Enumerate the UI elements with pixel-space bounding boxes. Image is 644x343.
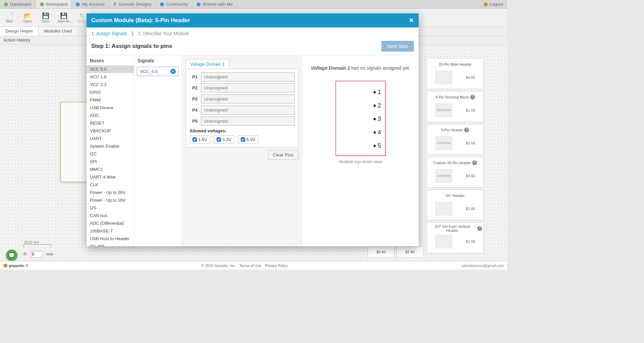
next-step-button[interactable]: Next Step [381, 41, 414, 52]
pin-input[interactable] [201, 83, 295, 92]
modal-close-button[interactable]: ✕ [409, 17, 414, 24]
bus-item[interactable]: RS-485 [87, 243, 134, 246]
tab-dashboard[interactable]: Dashboard [0, 0, 36, 8]
voltage-check-input[interactable] [241, 137, 245, 142]
bus-item[interactable]: VCC 1.8 [87, 73, 134, 81]
bus-item[interactable]: 100BASE-T [87, 227, 134, 235]
new-button[interactable]: 📄New [2, 10, 17, 26]
bus-item[interactable]: CAN bus [87, 212, 134, 219]
pin-input[interactable] [201, 117, 295, 126]
catalog-thumb: CUSTOM [435, 104, 452, 117]
info-icon[interactable]: ? [470, 95, 475, 99]
bus-item[interactable]: RESET [87, 119, 134, 127]
pin-label: P1 [190, 74, 198, 79]
r-label: R: [23, 252, 28, 257]
bus-item[interactable]: GPIO [87, 88, 134, 96]
bus-item[interactable]: Power - Up to 36V [87, 189, 134, 196]
bus-item[interactable]: USB Host to Header [87, 235, 134, 243]
bus-item[interactable]: UART 4-Wire [87, 173, 134, 181]
privacy-link[interactable]: Privacy Policy [265, 264, 288, 268]
tab-modules-used[interactable]: Modules Used [39, 27, 77, 36]
pin-label: P5 [190, 119, 198, 124]
voltage-domain-tab[interactable]: Voltage Domain 1 [186, 59, 229, 69]
catalog-card-partial[interactable]: $0.40 [368, 246, 394, 258]
breadcrumb-step2[interactable]: 2. Describe Your Module [138, 31, 189, 36]
info-icon[interactable]: ? [464, 128, 469, 132]
signal-item[interactable]: VCC_5.0 + [137, 67, 179, 76]
catalog-title: I2C Header [428, 192, 482, 199]
bus-item[interactable]: UART [87, 135, 134, 142]
bus-item[interactable]: USB Device [87, 104, 134, 112]
modal-breadcrumb: 1. Assign Signals ❯ 2. Describe Your Mod… [87, 27, 419, 40]
voltage-checkbox[interactable]: 3.3V [214, 135, 234, 144]
save-as-button[interactable]: 💾Save As [56, 10, 71, 26]
voltage-check-input[interactable] [217, 137, 221, 142]
tab-shared[interactable]: Shared with Me [193, 0, 237, 8]
bus-item[interactable]: ADC [87, 112, 134, 119]
logout-icon [484, 2, 488, 6]
bus-item[interactable]: PWM [87, 96, 134, 104]
tab-community[interactable]: Community [156, 0, 193, 8]
tab-my-account[interactable]: My Account [72, 0, 109, 8]
catalog-title: JST GH 4-pin Vertical Header ? [428, 225, 482, 232]
tab-workspace[interactable]: Workspace [36, 0, 72, 8]
bus-item[interactable]: VBACKUP [87, 127, 134, 135]
tab-label: Shared with Me [203, 2, 233, 7]
top-nav: Dashboard Workspace My Account ✗Gumstix … [0, 0, 507, 9]
new-icon: 📄 [6, 12, 13, 19]
pin-row: P4 [190, 106, 295, 115]
add-signal-icon[interactable]: + [170, 69, 176, 74]
catalog-thumb: CUSTOM [435, 136, 452, 150]
bus-item[interactable]: VCC 3.3 [87, 81, 134, 88]
chat-widget[interactable]: 💬 [6, 250, 17, 261]
catalog-title: 5-Pin Header ? [428, 126, 482, 134]
tab-gumstix-designs[interactable]: ✗Gumstix Designs [109, 0, 156, 8]
voltage-checkbox[interactable]: 5.0V [238, 135, 259, 144]
clear-pins-button[interactable]: Clear Pins [268, 150, 299, 160]
buses-column: Buses VCC 5.0VCC 1.8VCC 3.3GPIOPWMUSB De… [87, 55, 134, 246]
pin-label: P4 [190, 108, 198, 113]
bus-item[interactable]: VCC 5.0 [87, 65, 134, 73]
bus-item[interactable]: SPI [87, 158, 134, 165]
catalog-title: 4-Pin Terminal Block ? [428, 93, 482, 101]
catalog-card[interactable]: I2C Header$2.00 [427, 190, 484, 220]
pin-input[interactable] [201, 106, 295, 115]
catalog-card[interactable]: 5-Pin Header ?CUSTOM$3.50 [427, 124, 484, 155]
bus-list[interactable]: VCC 5.0VCC 1.8VCC 3.3GPIOPWMUSB DeviceAD… [87, 65, 134, 246]
r-input[interactable] [31, 251, 43, 258]
pin-row: P2 [190, 83, 295, 92]
catalog-card-partial[interactable]: $2.40 [396, 246, 423, 258]
dashboard-icon [4, 2, 8, 6]
catalog-card[interactable]: JST GH 4-pin Vertical Header ?$2.00 [427, 222, 484, 253]
bus-item[interactable]: CLK [87, 181, 134, 189]
voltage-checkbox[interactable]: 1.8V [190, 135, 210, 144]
catalog-card[interactable]: 20-Pin Male Header$4.60 [427, 58, 484, 89]
bus-item[interactable]: ADC (Differential) [87, 219, 134, 227]
logout-button[interactable]: Logout [480, 0, 507, 8]
brand-logo[interactable]: geppetto® [3, 264, 28, 268]
bus-item[interactable]: I2S [87, 204, 134, 212]
bus-item[interactable]: I2C [87, 150, 134, 158]
pin-input[interactable] [201, 94, 295, 104]
pin-input[interactable] [201, 72, 295, 81]
catalog-card[interactable]: Custom 20-Pin Header ?CUSTOM$4.60 [427, 157, 484, 188]
canvas-footer: R: mm [23, 251, 53, 258]
bus-item[interactable]: System Enable [87, 142, 134, 150]
info-icon[interactable]: ? [472, 160, 477, 165]
terms-link[interactable]: Terms of Use [239, 264, 261, 268]
bus-item[interactable]: MMC2 [87, 165, 134, 173]
catalog-card[interactable]: 4-Pin Terminal Block ?CUSTOM$1.00 [427, 91, 484, 122]
breadcrumb-step1[interactable]: 1. Assign Signals [91, 31, 127, 36]
catalog-price: $2.00 [466, 207, 475, 211]
tab-design-helper[interactable]: Design Helper [0, 27, 39, 36]
bus-item[interactable]: Power - Up to 16V [87, 196, 134, 204]
tab-label: Gumstix Designs [119, 2, 152, 7]
voltage-check-input[interactable] [193, 137, 197, 142]
pin-label: P2 [190, 85, 198, 90]
pin-row: P1 [190, 72, 295, 81]
pin-row: P3 [190, 94, 295, 104]
tool-label: New [6, 19, 13, 23]
save-button[interactable]: 💾Save [38, 10, 53, 26]
open-button[interactable]: 📂Open [20, 10, 35, 26]
info-icon[interactable]: ? [477, 226, 482, 231]
